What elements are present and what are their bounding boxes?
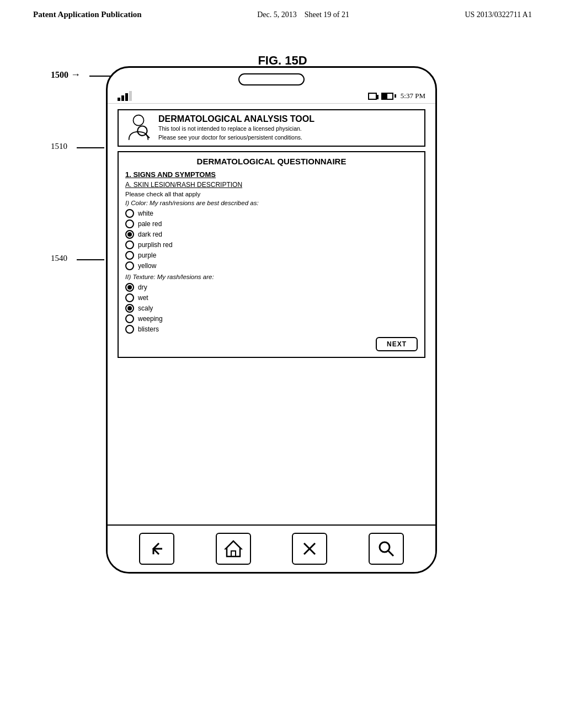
section-1-title: 1. SIGNS AND SYMPTOMS [125,170,418,179]
close-icon [300,539,319,559]
radio-white[interactable] [125,209,134,218]
arrow-1540 [77,259,104,260]
radio-yellow[interactable] [125,261,134,270]
svg-point-9 [380,542,390,552]
questionnaire-box: DERMATOLOGICAL QUESTIONNAIRE 1. SIGNS AN… [118,151,425,358]
color-option-yellow[interactable]: yellow [125,261,418,270]
radio-wet[interactable] [125,293,134,302]
texture-options-list: dry wet scaly weeping [125,283,418,334]
screen-icon [368,93,377,100]
radio-scaly-fill [127,306,132,311]
app-content: DERMATOLOGICAL ANALYSIS TOOL This tool i… [108,104,435,361]
signal-bars [118,91,132,101]
question-i-text: I) Color: My rash/resions are best descr… [125,200,418,206]
app-subtitle-2: Please see your doctor for serious/persi… [158,134,315,142]
close-button[interactable] [292,533,327,565]
bar1 [118,98,120,101]
speaker [238,73,305,85]
bottom-nav-bar [108,524,435,572]
status-bar: 5:37 PM [108,89,435,104]
radio-pale-red[interactable] [125,220,134,228]
label-1510: 1510 [51,142,67,151]
radio-purplish-red[interactable] [125,240,134,249]
arrow-1510 [77,147,104,148]
search-icon [376,539,396,559]
bar2 [121,95,124,101]
status-right: 5:37 PM [368,92,425,100]
next-button-row: NEXT [125,337,418,351]
battery-block [381,93,396,100]
instruction-text: Please check all that apply [125,191,418,197]
svg-rect-6 [231,551,236,556]
patent-number-label: US 2013/0322711 A1 [465,10,532,19]
color-option-purplish-red[interactable]: purplish red [125,240,418,249]
color-option-purple[interactable]: purple [125,251,418,260]
radio-dry-fill [127,285,132,290]
battery-fill [382,94,387,99]
texture-option-dry[interactable]: dry [125,283,418,292]
label-1500: 1500 → [51,69,81,81]
radio-dark-red[interactable] [125,230,134,239]
search-button[interactable] [369,533,404,565]
publication-label: Patent Application Publication [33,10,142,19]
subsection-a-title: A. SKIN LESION/RASH DESCRIPTION [125,181,418,189]
texture-option-scaly[interactable]: scaly [125,304,418,313]
radio-dry[interactable] [125,283,134,292]
label-1540: 1540 [51,254,67,263]
svg-line-10 [388,551,393,556]
back-button[interactable] [139,533,174,565]
next-button[interactable]: NEXT [376,337,418,351]
radio-dark-red-fill [127,232,132,237]
question-ii-text: II) Texture: My rash/lesions are: [125,274,418,280]
radio-purple[interactable] [125,251,134,260]
svg-point-0 [133,115,143,126]
radio-weeping[interactable] [125,314,134,323]
color-options-list: white pale red dark red purplis [125,209,418,270]
battery-tip [395,94,396,98]
home-button[interactable] [216,533,251,565]
battery-body [381,93,393,100]
svg-marker-5 [226,541,241,556]
app-subtitle-1: This tool is not intended to replace a l… [158,125,315,133]
texture-option-weeping[interactable]: weeping [125,314,418,323]
radio-scaly[interactable] [125,304,134,313]
app-title-block: DERMATOLOGICAL ANALYSIS TOOL This tool i… [158,114,315,141]
tablet-device: 5:37 PM DERMATOLOGICAL ANALYSIS TOOL [106,66,437,574]
color-option-dark-red[interactable]: dark red [125,230,418,239]
color-option-pale-red[interactable]: pale red [125,220,418,228]
bar4 [129,91,132,101]
texture-option-wet[interactable]: wet [125,293,418,302]
texture-option-blisters[interactable]: blisters [125,325,418,334]
svg-point-1 [137,126,147,136]
patent-header: Patent Application Publication Dec. 5, 2… [0,0,565,25]
app-title: DERMATOLOGICAL ANALYSIS TOOL [158,114,315,124]
back-icon [147,539,167,559]
app-logo-icon [124,114,153,142]
battery-icon [368,93,377,100]
time-display: 5:37 PM [401,92,425,100]
app-header-banner: DERMATOLOGICAL ANALYSIS TOOL This tool i… [118,109,425,147]
diagram-area: 1500 → 110 1510 1540 [45,36,520,37]
color-option-white[interactable]: white [125,209,418,218]
date-label: Dec. 5, 2013 Sheet 19 of 21 [257,10,349,19]
device-top-bar [108,68,435,89]
radio-blisters[interactable] [125,325,134,334]
home-icon [223,539,243,559]
bar3 [125,93,128,101]
questionnaire-title: DERMATOLOGICAL QUESTIONNAIRE [125,157,418,166]
